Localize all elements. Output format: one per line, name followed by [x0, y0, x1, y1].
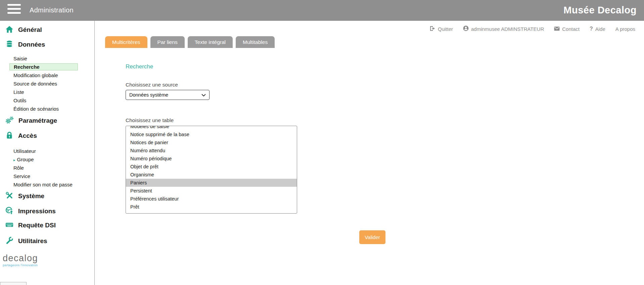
source-select[interactable]: Données système [126, 90, 210, 100]
table-label: Choisissez une table [126, 117, 174, 123]
sidebar-item-general[interactable]: Général [0, 25, 94, 35]
sidebar-item-utilisateur[interactable]: Utilisateur [0, 147, 94, 155]
tab-multitables[interactable]: Multitables [236, 36, 275, 48]
globe-arrow-icon [5, 206, 14, 216]
apropos-link[interactable]: A propos [615, 26, 635, 32]
keyboard-icon [5, 220, 14, 230]
source-select-value: Données système [129, 92, 168, 98]
table-listbox[interactable]: Modèles de saisie Notice supprimé de la … [126, 126, 297, 214]
sidebar-item-parametrage[interactable]: Paramétrage [0, 116, 94, 126]
sidebar-item-recherche-active[interactable]: Recherche [9, 63, 78, 70]
sidebar-item-systeme[interactable]: Système [0, 191, 94, 201]
sidebar-item-label: Système [18, 192, 44, 200]
chevron-down-icon [201, 92, 206, 98]
sidebar-item-label: Impressions [18, 208, 56, 215]
list-option[interactable]: Objet de prêt [126, 163, 297, 171]
aide-label: Aide [595, 26, 605, 32]
contact-label: Contact [562, 26, 580, 32]
valider-button[interactable]: Valider [359, 230, 385, 244]
gears-icon [5, 116, 14, 126]
sidebar-item-liste[interactable]: Liste [0, 88, 94, 96]
contact-link[interactable]: Contact [554, 26, 580, 32]
top-bar: Administration Musée Decalog [0, 0, 644, 21]
sidebar-item-requete-dsi[interactable]: Requête DSI [0, 220, 94, 230]
sidebar-item-donnees[interactable]: Données [0, 40, 94, 50]
sidebar-item-label: Données [18, 41, 45, 48]
home-icon [5, 25, 14, 35]
user-account[interactable]: adminmusee ADMINSTRATEUR [463, 25, 544, 32]
user-label: adminmusee ADMINSTRATEUR [471, 26, 544, 32]
logout-icon [430, 26, 435, 32]
apropos-label: A propos [615, 26, 635, 32]
user-icon [463, 25, 469, 32]
sidebar-item-service[interactable]: Service [0, 172, 94, 180]
quitter-label: Quitter [438, 26, 453, 32]
sidebar-item-role[interactable]: Rôle [0, 164, 94, 172]
sidebar-item-modifier-mot-de-passe[interactable]: Modifier son mot de passe [0, 180, 94, 189]
sidebar-item-edition-de-scenarios[interactable]: Édition de scénarios [0, 105, 94, 113]
sidebar-item-saisie[interactable]: Saisie [0, 54, 94, 63]
sidebar-submenu-donnees: Saisie Recherche Modification globale So… [0, 54, 94, 113]
sidebar-item-utilitaires[interactable]: Utilitaires [0, 236, 94, 246]
sidebar-item-label: Général [18, 26, 42, 34]
page-title: Recherche [126, 63, 153, 70]
bottom-left-partial-element [0, 282, 27, 285]
tab-texte-integral[interactable]: Texte intégral [188, 36, 233, 48]
list-option[interactable]: Persistent [126, 187, 297, 195]
sidebar: Général Données Saisie Recherche Modific… [0, 21, 95, 285]
list-option[interactable]: Notice supprimé de la base [126, 130, 297, 138]
list-option[interactable]: Prêt [126, 203, 297, 211]
sidebar-submenu-acces: Utilisateur ▸Groupe Rôle Service Modifie… [0, 147, 94, 189]
sidebar-item-modification-globale[interactable]: Modification globale [0, 71, 94, 79]
decalog-logo-tagline: partageons l'innovation [3, 263, 94, 267]
app-title: Administration [30, 0, 74, 21]
aide-link[interactable]: ? Aide [590, 26, 605, 32]
list-option[interactable]: Préférences utilisateur [126, 195, 297, 203]
sidebar-item-label: Requête DSI [18, 222, 56, 229]
lock-icon [5, 131, 14, 141]
decalog-logo-text: decalog [3, 253, 94, 263]
search-tabs: Multicritères Par liens Texte intégral M… [105, 36, 275, 48]
list-option[interactable]: Organisme [126, 171, 297, 179]
quitter-link[interactable]: Quitter [430, 26, 453, 32]
sidebar-item-impressions[interactable]: Impressions [0, 206, 94, 216]
main-content: Quitter adminmusee ADMINSTRATEUR Contact [95, 21, 644, 285]
tools-icon [5, 191, 14, 201]
sidebar-item-label: Accès [18, 132, 37, 139]
wrench-icon [5, 236, 14, 246]
utility-nav: Quitter adminmusee ADMINSTRATEUR Contact [430, 25, 635, 32]
question-mark-icon: ? [590, 26, 593, 32]
decalog-logo: decalog partageons l'innovation [0, 253, 94, 267]
tab-par-liens[interactable]: Par liens [150, 36, 185, 48]
hamburger-menu-icon[interactable] [7, 4, 21, 14]
expand-arrow-icon: ▸ [13, 158, 15, 162]
tab-multicriteres[interactable]: Multicritères [105, 36, 147, 48]
source-label: Choisissez une source [126, 82, 178, 88]
sidebar-item-label: Paramétrage [18, 117, 57, 124]
list-option[interactable]: Notices de panier [126, 138, 297, 147]
list-option-selected[interactable]: Paniers [126, 179, 297, 187]
sidebar-item-label: Groupe [17, 157, 34, 162]
sidebar-item-source-de-donnees[interactable]: Source de données [0, 79, 94, 88]
sidebar-item-outils[interactable]: Outils [0, 96, 94, 105]
sidebar-item-acces[interactable]: Accès [0, 131, 94, 141]
sidebar-item-label: Utilitaires [18, 237, 47, 245]
list-option[interactable]: Numéro périodique [126, 155, 297, 163]
sidebar-item-groupe[interactable]: ▸Groupe [0, 155, 94, 164]
mail-icon [554, 26, 560, 32]
brand-title: Musée Decalog [563, 0, 637, 21]
list-option[interactable]: Numéro attendu [126, 147, 297, 155]
list-option[interactable]: Modèles de saisie [126, 126, 297, 130]
database-icon [5, 40, 14, 50]
